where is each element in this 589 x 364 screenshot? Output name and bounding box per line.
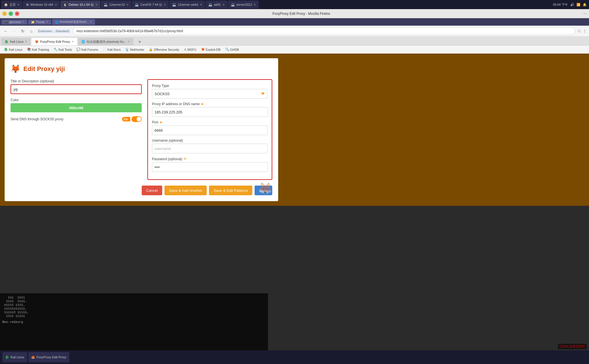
proxy-password-input[interactable] [152,162,268,172]
tab-phpstudy-label: 站点创建成功-phpstudy for... [87,40,126,44]
os-kali-button[interactable]: 🐉 Kali Linux [2,352,27,362]
proxy-settings-panel: Proxy Type SOCKS5 SOCKS4 HTTP HTTPS Prox… [147,79,272,180]
bookmark-kali-forums[interactable]: 💬 Kali Forums [75,47,100,52]
close-icon-burp[interactable]: ✕ [90,21,92,23]
proxy-ip-section: Proxy IP address or DNS name ★ [152,102,268,117]
eye-icon[interactable]: 👁 [183,157,187,161]
taskbar-server10-label: 12server10 [109,3,125,6]
close-icon-php-tab[interactable]: ✕ [128,40,130,43]
bookmark-kali-training[interactable]: 📚 Kali Training [25,47,51,52]
toggle-slider[interactable] [131,116,142,122]
address-bar[interactable] [73,27,575,35]
dialog-left-column: Title or Description (optional) Color #6… [11,79,142,180]
window-menu[interactable]: ⋯ [583,12,587,16]
bookmark-nethunter-label: NetHunter [130,48,144,51]
close-icon-web1[interactable]: ✕ [200,3,202,6]
network-icon: 📶 [576,3,580,7]
centos-icon: 💻 [135,3,139,7]
bookmark-kali-linux[interactable]: 🐉 Kali Linux [2,47,24,52]
training-bm-icon: 📚 [27,48,31,51]
taskbar-home-label: 主页 [9,3,16,7]
clock-display: 05:04 下午 [553,3,568,7]
bookmarks-bar: 🐉 Kali Linux 📚 Kali Training 🔧 Kali Tool… [0,46,589,54]
os-firefox-button[interactable]: 🦊 FoxyProxy Edit Proxy [28,352,69,362]
bookmark-ghdb-label: GHDB [230,48,239,51]
title-input[interactable] [11,84,142,94]
close-icon-s2012[interactable]: ✕ [253,3,256,6]
bookmark-msfu[interactable]: ⚠ MSFU [182,47,198,52]
bookmark-nethunter[interactable]: 📡 NetHunter [123,47,146,52]
menu-dots[interactable]: ⋮ [583,29,587,33]
close-icon-foxy-tab[interactable]: ✕ [72,40,74,43]
taskbar-server2012[interactable]: 💻 server2012 ✕ [228,1,259,9]
maximize-button[interactable]: □ [9,11,13,16]
terminal-area: $$$ $$$$ $$$$ $$$$, m$$$$ $$$$, $$$$$$$$… [0,293,268,350]
browser-secondary-taskbar: 📟 qterminal ✕ 📁 Thunar ✕ 🌐 /home/kali/桌面… [0,18,589,26]
taskbar-ad01[interactable]: 💻 ad01 ✕ [206,1,227,9]
new-tab-button[interactable]: ＋ [134,38,145,45]
proxy-ip-input[interactable] [152,107,268,117]
browser-nav-bar: ← → ↻ ⌂ Extension ...Standard) ☆ ⋮ [0,26,589,36]
cancel-button[interactable]: Cancel [142,186,162,195]
bookmark-training-label: Kali Training [32,48,49,51]
back-button[interactable]: ← [2,28,9,34]
refresh-button[interactable]: ↻ [19,28,26,34]
notifications-icon: 🔔 [583,3,587,7]
taskbar-centos-label: CentOS 7 64 位 [140,3,163,7]
bookmark-exploitdb-label: Exploit-DB [206,48,221,51]
tab-foxyproxy-edit[interactable]: 🦊 FoxyProxy Edit Proxy ✕ [31,38,77,45]
taskbar-debian[interactable]: 🐧 Debian 10.x 64 位 ✕ [60,1,100,9]
foxyproxy-tab-icon: 🦊 [35,40,39,44]
proxy-username-input[interactable] [152,144,268,153]
close-icon-qt[interactable]: ✕ [22,21,24,23]
bookmark-docs-label: Kali Docs [107,48,121,51]
minimize-button[interactable]: － [2,11,7,16]
server2012-icon: 💻 [231,3,235,7]
taskbar-home[interactable]: 🏠 主页 ✕ [1,1,22,9]
secondary-tab-qterminal[interactable]: 📟 qterminal ✕ [2,20,27,25]
firefox-os-icon: 🦊 [31,355,35,359]
close-icon-centos[interactable]: ✕ [164,3,166,6]
kali-os-label: Kali Linux [11,355,24,359]
proxy-type-select[interactable]: SOCKS5 SOCKS4 HTTP HTTPS [152,89,268,99]
save-add-another-button[interactable]: Save & Add Another [164,186,207,195]
dialog-title-area: 🦊 Edit Proxy yiji [11,64,272,74]
close-icon[interactable]: ✕ [17,3,19,6]
close-icon-ad01[interactable]: ✕ [222,3,225,6]
secondary-tab-thunar[interactable]: 📁 Thunar ✕ [28,20,51,25]
ad-icon: 💻 [208,3,212,7]
taskbar-centos[interactable]: 💻 CentOS 7 64 位 ✕ [132,1,169,9]
bookmark-offensive-security[interactable]: 🔒 Offensive Security [147,47,181,52]
os-bottom-taskbar: 🐉 Kali Linux 🦊 FoxyProxy Edit Proxy [0,350,589,364]
taskbar-server10[interactable]: 💻 12server10 ✕ [101,1,131,9]
tab-phpstudy[interactable]: 🌐 站点创建成功-phpstudy for... ✕ [78,38,133,45]
taskbar-win10[interactable]: 🖥 Windows 10 x64 ✕ [23,1,60,9]
color-picker-bar[interactable]: #66cc66 [11,103,142,112]
dns-toggle-switch[interactable]: On [122,116,142,122]
tab-kali-linux[interactable]: 🐉 Kali Linux ✕ [1,38,31,45]
save-edit-patterns-button[interactable]: Save & Edit Patterns [209,186,252,195]
close-icon-kali-tab[interactable]: ✕ [25,40,27,43]
close-button[interactable]: ✕ [15,11,19,16]
secondary-tab-burp[interactable]: 🌐 /home/kali/桌面/burp/... ✕ [52,19,95,25]
taskbar-web1[interactable]: 💻 12server-web1 ✕ [169,1,205,9]
foxyproxy-edit-dialog: 🦊 Edit Proxy yiji Title or Description (… [5,58,278,201]
forums-bm-icon: 💬 [76,48,80,51]
close-icon-s10[interactable]: ✕ [126,3,129,6]
forward-button[interactable]: → [11,28,18,34]
close-icon-win10[interactable]: ✕ [55,3,57,6]
home-nav-button[interactable]: ⌂ [28,28,35,34]
bookmark-offsec-label: Offensive Security [154,48,179,51]
bookmark-kali-docs[interactable]: 📄 Kali Docs [101,47,122,52]
bookmark-kali-tools[interactable]: 🔧 Kali Tools [52,47,74,52]
close-icon-thunar[interactable]: ✕ [46,21,48,23]
phpstudy-tab-icon: 🌐 [81,40,85,44]
taskbar-win10-label: Windows 10 x64 [30,3,53,6]
bookmark-star[interactable]: ☆ [577,28,581,34]
close-icon-debian[interactable]: ✕ [95,3,98,6]
bookmark-exploit-db[interactable]: 🦊 Exploit-DB [199,47,222,52]
proxy-port-input[interactable] [152,125,268,135]
kali-bm-icon: 🐉 [4,48,8,51]
title-field-group: Title or Description (optional) [11,79,142,94]
bookmark-ghdb[interactable]: 🔍 GHDB [224,47,241,52]
